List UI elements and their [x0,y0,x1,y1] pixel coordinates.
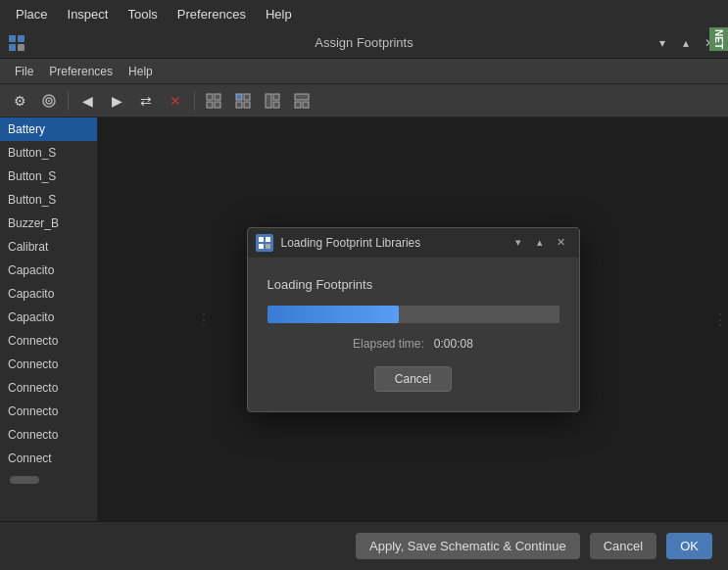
svg-rect-9 [207,102,213,108]
toolbar-view1[interactable] [200,87,227,115]
svg-rect-11 [236,94,242,100]
toolbar-target[interactable] [35,87,63,115]
modal-footer: Cancel [267,366,559,396]
app-icon [8,34,25,52]
list-item[interactable]: Connecto [0,376,97,400]
list-item[interactable]: Calibrat [0,235,97,259]
bottom-bar: Apply, Save Schematic & Continue Cancel … [0,521,728,570]
svg-rect-10 [215,102,220,108]
menu-place[interactable]: Place [8,3,56,25]
svg-rect-12 [244,94,250,100]
elapsed-value [427,337,430,351]
svg-rect-13 [236,102,242,108]
apply-save-button[interactable]: Apply, Save Schematic & Continue [356,533,580,559]
modal-expand-button[interactable]: ▴ [530,233,550,253]
modal-title-controls: ▾ ▴ ✕ [509,233,571,253]
list-item[interactable]: Connecto [0,353,97,376]
svg-rect-16 [273,94,279,100]
svg-rect-3 [18,44,24,51]
modal-icon-svg [259,237,270,249]
svg-point-6 [48,100,50,102]
view3-icon [265,93,280,109]
modal-title-text: Loading Footprint Libraries [281,236,509,250]
main-area: Battery Button_S Button_S Button_S Buzze… [0,118,728,521]
svg-rect-7 [207,94,213,100]
sub-menu-bar: File Preferences Help [0,59,728,84]
menu-tools[interactable]: Tools [120,3,165,25]
svg-rect-1 [18,35,24,42]
modal-title-bar: Loading Footprint Libraries ▾ ▴ ✕ [248,228,579,258]
elapsed-time-display: Elapsed time: 0:00:08 [267,337,559,351]
list-item[interactable]: Connecto [0,329,97,353]
elapsed-label: Elapsed time: [353,337,424,351]
svg-rect-0 [9,35,16,42]
toolbar-view4[interactable] [288,87,315,115]
progress-bar-container [267,306,559,323]
list-item[interactable]: Capacito [0,259,97,282]
cancel-button[interactable]: Cancel [590,533,656,559]
svg-rect-2 [9,44,16,51]
svg-rect-14 [244,102,250,108]
minimize-button[interactable]: ▾ [652,32,673,54]
view1-icon [206,93,221,109]
menu-bar: Place Inspect Tools Preferences Help [0,0,728,27]
window-title: Assign Footprints [315,35,413,50]
list-item[interactable]: Connecto [0,423,97,447]
toolbar-delete[interactable]: ✕ [162,87,189,115]
list-item[interactable]: Button_S [0,165,97,188]
toolbar-separator-2 [194,91,195,111]
maximize-button[interactable]: ▴ [675,32,697,54]
toolbar-view2[interactable] [229,87,257,115]
list-item[interactable]: Button_S [0,141,97,165]
toolbar-exchange[interactable]: ⇄ [132,87,160,115]
svg-rect-24 [266,244,270,249]
svg-rect-21 [259,237,264,242]
svg-rect-19 [295,102,301,108]
modal-body: Loading Footprints Elapsed time: 0:00:08… [248,258,579,411]
title-bar: Assign Footprints ▾ ▴ ✕ [0,27,728,59]
list-item[interactable]: Capacito [0,306,97,329]
list-item[interactable]: Connecto [0,400,97,423]
list-item[interactable]: Buzzer_B [0,212,97,235]
list-item[interactable]: Connect [0,447,97,470]
loading-modal: Loading Footprint Libraries ▾ ▴ ✕ Loadin… [247,227,580,412]
sub-menu-help[interactable]: Help [121,62,160,81]
menu-preferences[interactable]: Preferences [170,3,254,25]
modal-app-icon [256,234,273,252]
modal-collapse-button[interactable]: ▾ [509,233,528,253]
toolbar-settings[interactable]: ⚙ [6,87,33,115]
modal-cancel-button[interactable]: Cancel [374,366,452,392]
progress-bar-fill [267,306,399,323]
toolbar-back[interactable]: ◀ [73,87,101,115]
toolbar: ⚙ ◀ ▶ ⇄ ✕ [0,84,728,118]
list-item[interactable]: Button_S [0,188,97,212]
toolbar-forward[interactable]: ▶ [103,87,130,115]
component-list: Battery Button_S Button_S Button_S Buzze… [0,118,98,521]
elapsed-time-value: 0:00:08 [434,337,473,351]
title-icon-area [8,34,25,52]
sidebar-scrollbar-area [0,470,97,490]
net-badge: NET [709,27,728,51]
svg-rect-22 [266,237,270,242]
menu-inspect[interactable]: Inspect [60,3,117,25]
list-item[interactable]: Capacito [0,282,97,306]
svg-rect-20 [303,102,309,108]
sub-menu-preferences[interactable]: Preferences [42,62,120,81]
sub-menu-file[interactable]: File [8,62,40,81]
toolbar-view3[interactable] [259,87,286,115]
view2-icon [235,93,251,109]
view4-icon [294,93,310,109]
svg-rect-8 [215,94,220,100]
menu-help[interactable]: Help [258,3,300,25]
svg-rect-23 [259,244,264,249]
center-content: ⋮ ⋮ Loading Footprint Libraries [98,118,728,521]
list-item[interactable]: Battery [0,118,97,141]
modal-overlay: Loading Footprint Libraries ▾ ▴ ✕ Loadin… [98,118,728,521]
sidebar-scrollbar[interactable] [10,476,39,484]
toolbar-separator-1 [68,91,69,111]
svg-rect-15 [266,94,271,108]
modal-close-button[interactable]: ✕ [552,233,571,253]
target-icon [41,93,57,109]
ok-button[interactable]: OK [666,533,712,559]
svg-rect-18 [295,94,309,100]
